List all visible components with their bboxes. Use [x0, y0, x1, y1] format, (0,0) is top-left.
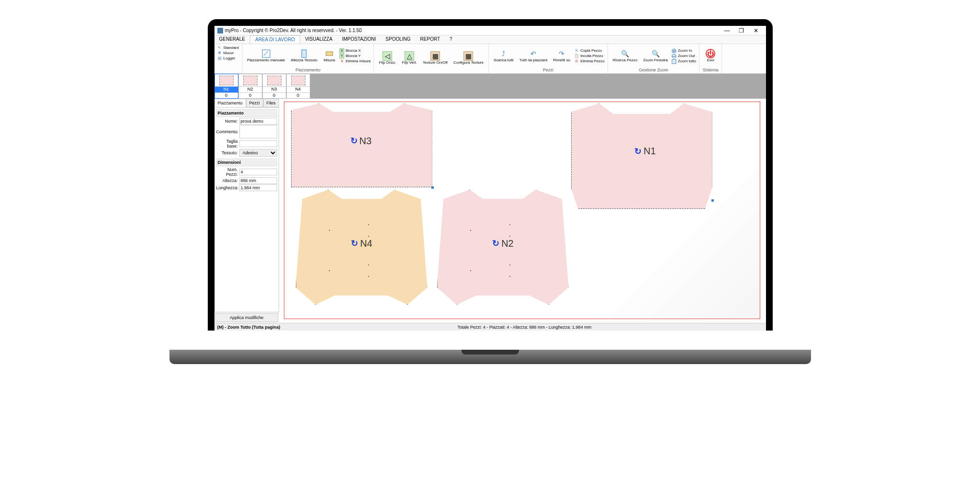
- maximize-button[interactable]: ❐: [734, 27, 749, 34]
- piece-thumb-n3[interactable]: N3 0: [262, 74, 286, 99]
- piece-thumb-n4[interactable]: N4 0: [286, 74, 310, 99]
- statusbar: (M) - Zoom Tutto (Tutta pagina) Totale P…: [214, 323, 766, 331]
- nome-input[interactable]: [239, 118, 277, 125]
- misura-button[interactable]: Misura: [321, 45, 338, 67]
- copia-pezzo-button[interactable]: ⎘Copia Pezzo: [574, 48, 605, 53]
- canvas-area[interactable]: ↻N3 ↻N1 ↻N4 ↻N2: [279, 99, 766, 323]
- window-title: myPro - Copyright © Pro2Dev. All right i…: [225, 28, 362, 33]
- blocca-y-button[interactable]: YBlocca Y: [339, 54, 371, 58]
- menubar: GENERALE AREA DI LAVORO VISUALIZZA IMPOS…: [214, 35, 766, 44]
- sistema-group-label: Sistema: [702, 67, 719, 72]
- svg-rect-2: [326, 52, 333, 56]
- zoom-group-label: Gestione Zoom: [611, 67, 696, 72]
- incolla-pezzo-button[interactable]: 📋Incolla Pezzo: [574, 54, 605, 58]
- altezza-tessuto-button[interactable]: Altezza Tessuto: [289, 45, 319, 67]
- menu-area-di-lavoro[interactable]: AREA DI LAVORO: [250, 35, 300, 44]
- esci-button[interactable]: ⏻Esci: [702, 45, 719, 67]
- dimensioni-section-title: Dimensioni: [216, 159, 277, 166]
- tab-files[interactable]: Files: [263, 99, 279, 107]
- tessuto-select[interactable]: Adesivo: [239, 149, 277, 157]
- tab-pezzi[interactable]: Pezzi: [246, 99, 263, 107]
- menu-spooling[interactable]: SPOOLING: [381, 35, 415, 44]
- sidebar: Piazzamento Pezzi Files Piazzamento Nome…: [214, 99, 279, 323]
- logger-button[interactable]: ▤Logger: [217, 56, 239, 60]
- svg-rect-0: [262, 50, 270, 57]
- titlebar: myPro - Copyright © Pro2Dev. All right i…: [214, 26, 766, 35]
- menu-help[interactable]: ?: [445, 35, 457, 44]
- commento-input[interactable]: [239, 125, 277, 138]
- rotate-icon: ↻: [634, 146, 642, 157]
- elimina-pezzo-button[interactable]: ⊖Elimina Pezzo: [574, 59, 605, 64]
- num-pezzi-input[interactable]: [239, 169, 277, 175]
- piece-thumb-n1[interactable]: N1 0: [214, 74, 238, 99]
- menu-visualizza[interactable]: VISUALIZZA: [300, 35, 337, 44]
- pieces-strip: N1 0 N2 0 N3 0 N4 0: [214, 74, 766, 99]
- piece-n4[interactable]: ↻N4: [296, 190, 428, 305]
- rotate-icon: ↻: [350, 136, 358, 146]
- flip-orizz-button[interactable]: ◁Flip Orizz.: [377, 45, 398, 71]
- tab-piazzamento[interactable]: Piazzamento: [214, 99, 246, 107]
- elimina-misure-button[interactable]: ✕Elimina misure: [339, 59, 371, 64]
- menu-report[interactable]: REPORT: [416, 35, 445, 44]
- scarica-tutti-button[interactable]: ⤴Scarica tutti: [492, 45, 516, 67]
- tutti-da-piazzare-button[interactable]: ↶Tutti da piazzare: [518, 45, 550, 67]
- piece-n3[interactable]: ↻N3: [291, 103, 432, 187]
- muovi-button[interactable]: ✥Muovi: [217, 50, 239, 55]
- rotate-icon: ↻: [351, 238, 358, 249]
- menu-impostazioni[interactable]: IMPOSTAZIONI: [337, 35, 381, 44]
- altezza-input[interactable]: [239, 177, 277, 184]
- piazzamento-section-title: Piazzamento: [216, 109, 277, 117]
- piazzamento-group-label: Piazzamento: [245, 67, 371, 72]
- toolbar: ↖Standard ✥Muovi ▤Logger Piazzamento man…: [214, 44, 766, 74]
- configura-texture-button[interactable]: ▦Configura Texture: [451, 45, 485, 71]
- pezzi-group-label: Pezzi: [492, 67, 605, 72]
- texture-toggle-button[interactable]: ▦Texture On/Off: [421, 45, 450, 71]
- blocca-x-button[interactable]: XBlocca X: [339, 48, 371, 53]
- menu-generale[interactable]: GENERALE: [214, 35, 250, 44]
- close-button[interactable]: ✕: [749, 27, 763, 34]
- piece-n1[interactable]: ↻N1: [571, 103, 712, 209]
- rotate-icon: ↻: [492, 238, 499, 249]
- app-icon: [217, 28, 223, 34]
- status-center: Totale Pezzi: 4 - Piazzati: 4 - Altezza:…: [283, 325, 766, 330]
- applica-modifiche-button[interactable]: Applica modifiche: [215, 313, 278, 322]
- zoom-tutto-button[interactable]: ⊡Zoom tutto: [672, 59, 696, 64]
- taglia-base-input[interactable]: [239, 140, 277, 147]
- minimize-button[interactable]: —: [720, 27, 734, 34]
- ricerca-pezzo-button[interactable]: 🔍Ricerca Pezzo: [611, 45, 640, 67]
- piece-thumb-n2[interactable]: N2 0: [238, 74, 262, 99]
- standard-button[interactable]: ↖Standard: [217, 45, 239, 50]
- piazzamento-manuale-button[interactable]: Piazzamento manuale: [245, 45, 287, 67]
- rimetti-su-button[interactable]: ↷Rimetti su: [552, 45, 573, 67]
- zoom-finestra-button[interactable]: 🔍Zoom Finestra: [641, 45, 670, 67]
- lunghezza-input[interactable]: [239, 184, 277, 191]
- flip-vert-button[interactable]: △Flip Vert.: [400, 45, 419, 71]
- svg-rect-1: [302, 50, 306, 57]
- piece-n2[interactable]: ↻N2: [437, 190, 569, 305]
- status-left: (M) - Zoom Tutto (Tutta pagina): [214, 325, 283, 330]
